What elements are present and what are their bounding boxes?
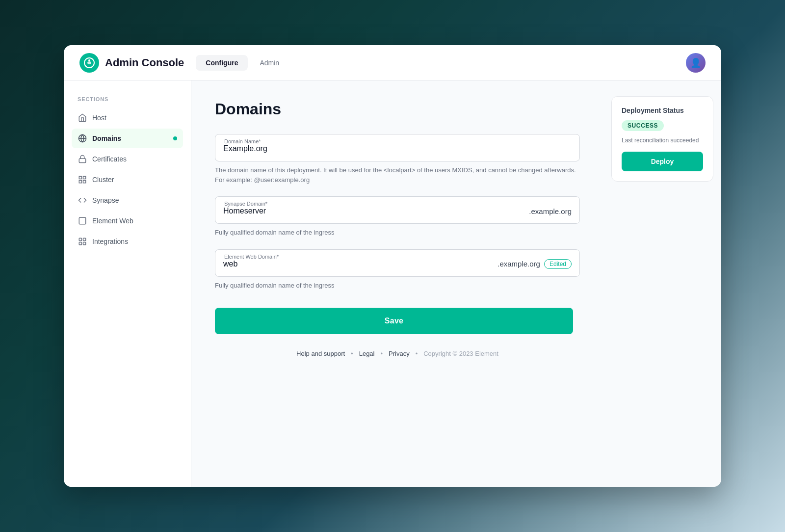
globe-icon <box>78 133 87 143</box>
help-link[interactable]: Help and support <box>296 350 345 357</box>
main-layout: SECTIONS Host Do <box>64 80 721 487</box>
svg-rect-10 <box>79 238 81 240</box>
sidebar-item-integrations[interactable]: Integrations <box>72 232 183 251</box>
synapse-domain-container: Synapse Domain* .example.org <box>215 196 580 224</box>
domain-name-row <box>223 142 572 155</box>
synapse-domain-suffix: .example.org <box>529 207 572 215</box>
deployment-card: Deployment Status SUCCESS Last reconcili… <box>611 96 713 182</box>
sidebar-item-certificates[interactable]: Certificates <box>72 149 183 169</box>
status-badge: SUCCESS <box>622 120 664 131</box>
tab-admin[interactable]: Admin <box>250 55 289 71</box>
svg-rect-4 <box>79 159 86 162</box>
privacy-link[interactable]: Privacy <box>389 350 410 357</box>
legal-link[interactable]: Legal <box>359 350 375 357</box>
sidebar-label-domains: Domains <box>92 134 121 142</box>
svg-rect-11 <box>83 238 86 240</box>
domain-name-container: Domain Name* <box>215 134 580 161</box>
app-header: Admin Console Configure Admin 👤 <box>64 45 721 80</box>
logo-area: Admin Console <box>79 53 184 73</box>
lock-icon <box>78 154 87 164</box>
reconciliation-text: Last reconciliation succeeded <box>622 137 703 144</box>
footer-dot-2: • <box>380 350 383 357</box>
main-content: Domains Domain Name* The domain name of … <box>191 80 603 487</box>
svg-point-1 <box>88 59 90 61</box>
tab-configure[interactable]: Configure <box>196 55 248 71</box>
synapse-domain-field: Synapse Domain* .example.org Fully quali… <box>215 196 580 238</box>
svg-rect-8 <box>79 181 81 183</box>
sidebar-label-synapse: Synapse <box>92 196 119 204</box>
svg-rect-9 <box>79 217 86 224</box>
element-web-domain-suffix: .example.org <box>497 260 540 268</box>
sidebar-label-integrations: Integrations <box>92 238 128 245</box>
sidebar-item-element-web[interactable]: Element Web <box>72 211 183 231</box>
page-footer: Help and support • Legal • Privacy • Cop… <box>215 334 580 373</box>
code-icon <box>78 195 87 205</box>
sidebar-item-cluster[interactable]: Cluster <box>72 170 183 189</box>
integrations-icon <box>78 237 87 246</box>
sections-label: SECTIONS <box>72 96 183 102</box>
header-left: Admin Console Configure Admin <box>79 53 289 73</box>
sidebar: SECTIONS Host Do <box>64 80 191 487</box>
grid-icon <box>78 175 87 185</box>
app-title: Admin Console <box>105 56 184 69</box>
deploy-button[interactable]: Deploy <box>622 152 703 171</box>
app-logo <box>79 53 99 73</box>
synapse-domain-hint: Fully qualified domain name of the ingre… <box>215 228 580 238</box>
element-web-domain-container: Element Web Domain* .example.org Edited <box>215 249 580 277</box>
sidebar-item-domains[interactable]: Domains <box>72 129 183 148</box>
sidebar-item-synapse[interactable]: Synapse <box>72 190 183 210</box>
sidebar-item-host[interactable]: Host <box>72 108 183 128</box>
svg-rect-6 <box>83 176 86 179</box>
svg-rect-5 <box>79 176 81 179</box>
element-web-domain-hint: Fully qualified domain name of the ingre… <box>215 281 580 291</box>
footer-dot-3: • <box>416 350 418 357</box>
deployment-panel: Deployment Status SUCCESS Last reconcili… <box>603 80 721 487</box>
footer-dot-1: • <box>351 350 353 357</box>
svg-rect-13 <box>79 242 81 245</box>
sidebar-label-cluster: Cluster <box>92 176 114 184</box>
nav-tabs: Configure Admin <box>196 55 289 71</box>
sidebar-label-host: Host <box>92 114 106 122</box>
synapse-domain-label: Synapse Domain* <box>223 201 268 207</box>
element-web-domain-field: Element Web Domain* .example.org Edited … <box>215 249 580 291</box>
active-indicator <box>173 136 177 140</box>
page-title: Domains <box>215 100 580 118</box>
user-avatar[interactable]: 👤 <box>686 53 706 73</box>
synapse-domain-row: .example.org <box>223 205 572 217</box>
sidebar-label-certificates: Certificates <box>92 155 127 163</box>
sidebar-label-element-web: Element Web <box>92 217 133 225</box>
square-icon <box>78 216 87 226</box>
save-button[interactable]: Save <box>215 308 573 334</box>
domain-name-hint: The domain name of this deployment. It w… <box>215 165 580 185</box>
copyright-text: Copyright © 2023 Element <box>423 350 498 357</box>
edited-badge: Edited <box>544 259 572 269</box>
svg-rect-12 <box>83 242 86 245</box>
svg-rect-7 <box>83 181 86 183</box>
domain-name-label: Domain Name* <box>223 138 262 144</box>
deployment-title: Deployment Status <box>622 106 703 114</box>
synapse-domain-input[interactable] <box>223 205 529 217</box>
domain-name-input[interactable] <box>223 142 572 155</box>
domain-name-field: Domain Name* The domain name of this dep… <box>215 134 580 185</box>
element-web-domain-label: Element Web Domain* <box>223 254 280 260</box>
home-icon <box>78 113 87 123</box>
